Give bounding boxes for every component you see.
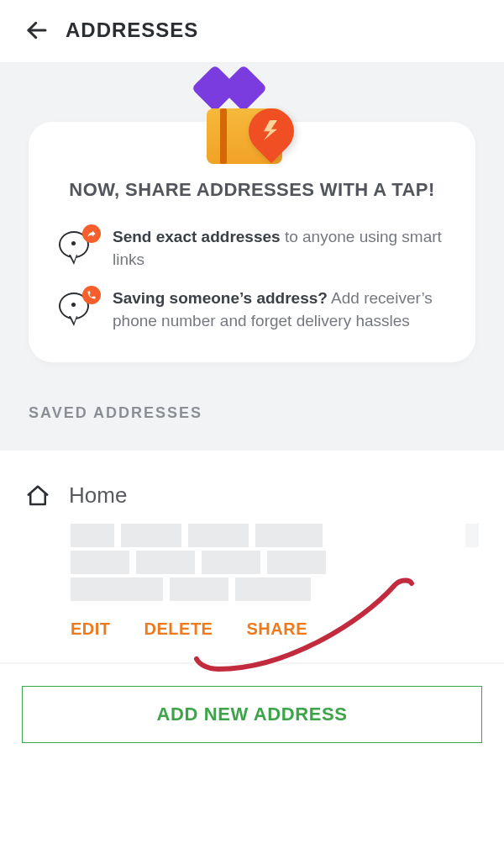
add-new-address-button[interactable]: ADD NEW ADDRESS — [22, 686, 482, 743]
add-address-section: ADD NEW ADDRESS — [0, 664, 504, 765]
promo-feature-text: Saving someone’s address? Add receiver’s… — [113, 287, 445, 332]
address-name: Home — [69, 482, 127, 509]
arrow-left-icon — [24, 18, 50, 43]
address-lines-redacted — [71, 520, 479, 604]
gift-illustration — [202, 71, 302, 164]
share-bubble-icon — [59, 226, 96, 263]
home-icon — [25, 483, 50, 509]
promo-title: NOW, SHARE ADDRESSES WITH A TAP! — [59, 179, 445, 201]
share-button[interactable]: SHARE — [246, 619, 307, 639]
promo-card: NOW, SHARE ADDRESSES WITH A TAP! Send ex… — [29, 122, 475, 362]
back-button[interactable] — [20, 13, 54, 47]
promo-feature-bold: Saving someone’s address? — [113, 289, 328, 307]
promo-feature: Saving someone’s address? Add receiver’s… — [59, 287, 445, 332]
promo-feature-text: Send exact addresses to anyone using sma… — [113, 226, 445, 271]
address-card: Home EDIT DELETE SHARE — [0, 451, 504, 664]
address-actions: EDIT DELETE SHARE — [71, 619, 479, 639]
phone-bubble-icon — [59, 287, 96, 324]
saved-addresses-label: SAVED ADDRESSES — [0, 404, 504, 451]
promo-feature: Send exact addresses to anyone using sma… — [59, 226, 445, 271]
promo-feature-bold: Send exact addresses — [113, 228, 281, 245]
edit-button[interactable]: EDIT — [71, 619, 111, 639]
page-title: ADDRESSES — [66, 18, 198, 42]
promo-section: NOW, SHARE ADDRESSES WITH A TAP! Send ex… — [0, 63, 504, 404]
header-bar: ADDRESSES — [0, 0, 504, 63]
delete-button[interactable]: DELETE — [144, 619, 213, 639]
